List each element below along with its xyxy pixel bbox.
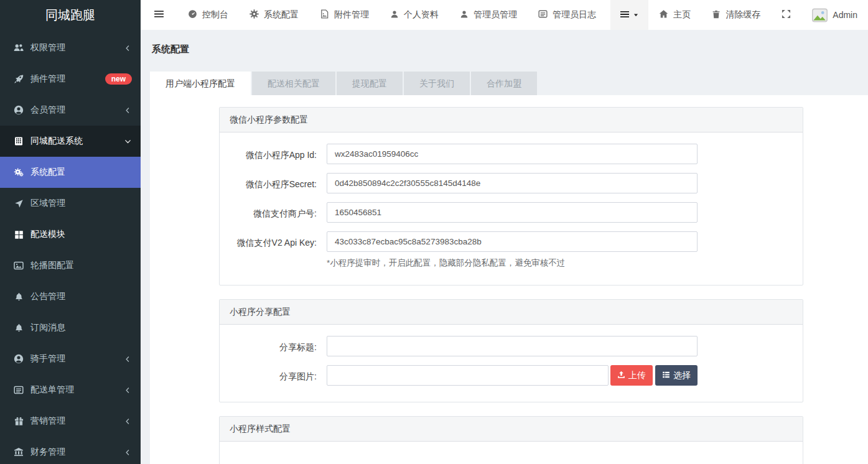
secret-label: 微信小程序Secret: <box>220 173 327 193</box>
section-wechat-params: 微信小程序参数配置 微信小程序App Id: 微信小程序Secret: 微信支付… <box>219 107 803 285</box>
tab-user-miniprogram-config[interactable]: 用户端小程序配置 <box>150 72 251 95</box>
navbar-right: 主页 清除缓存 Admin <box>610 0 868 30</box>
share-image-input[interactable] <box>327 365 609 386</box>
sidebar-item-label: 财务管理 <box>30 447 65 458</box>
user-icon <box>390 10 399 21</box>
share-title-label: 分享标题: <box>220 336 327 356</box>
sidebar-item-riders[interactable]: 骑手管理 <box>0 343 141 374</box>
apikey-input[interactable] <box>327 231 698 252</box>
sidebar-item-delivery-modules[interactable]: 配送模块 <box>0 219 141 250</box>
sidebar-item-system-config[interactable]: 系统配置 <box>0 157 141 188</box>
sidebar-item-label: 权限管理 <box>30 42 65 53</box>
tab-delivery-config[interactable]: 配送相关配置 <box>252 72 335 95</box>
list-alt-icon <box>13 385 24 395</box>
main-content: 系统配置 用户端小程序配置 配送相关配置 提现配置 关于我们 合作加盟 微信小程… <box>141 30 868 464</box>
nav-item-label: 附件管理 <box>334 9 369 21</box>
appid-input[interactable] <box>327 144 698 164</box>
sidebar-item-regions[interactable]: 区域管理 <box>0 188 141 219</box>
new-badge: new <box>105 73 132 85</box>
hamburger-icon <box>154 9 164 21</box>
sidebar-item-subscriptions[interactable]: 订阅消息 <box>0 312 141 343</box>
trash-icon <box>712 10 721 21</box>
bell-icon <box>13 292 24 302</box>
nav-item-profile[interactable]: 个人资料 <box>380 0 449 30</box>
tab-withdraw-config[interactable]: 提现配置 <box>337 72 403 95</box>
section-share-config: 小程序分享配置 分享标题: 分享图片: 上传 <box>219 299 803 402</box>
select-button[interactable]: 选择 <box>655 365 698 386</box>
sidebar-item-label: 公告管理 <box>30 291 65 302</box>
chevron-left-icon <box>124 448 132 457</box>
nav-item-system-config[interactable]: 系统配置 <box>239 0 309 30</box>
chevron-left-icon <box>124 44 132 52</box>
list-icon <box>620 9 630 21</box>
section-body: 微信小程序App Id: 微信小程序Secret: 微信支付商户号: 微信支付V… <box>220 132 803 285</box>
form-row-appid: 微信小程序App Id: <box>220 144 803 164</box>
sidebar-item-delivery-orders[interactable]: 配送单管理 <box>0 374 141 406</box>
nav-item-label: 控制台 <box>202 9 228 21</box>
section-body: 首页顶部样式: 样式一 样式二 <box>220 442 803 464</box>
nav-item-dashboard[interactable]: 控制台 <box>177 0 239 30</box>
share-image-label: 分享图片: <box>220 365 327 386</box>
user-circle-icon <box>13 354 24 364</box>
admin-name: Admin <box>833 10 857 20</box>
merchant-id-input[interactable] <box>327 202 698 223</box>
nav-item-admin-logs[interactable]: 管理员日志 <box>528 0 607 30</box>
gear-icon <box>250 9 259 21</box>
sidebar-item-label: 订阅消息 <box>30 322 65 333</box>
sidebar-item-label: 系统配置 <box>30 167 65 178</box>
sidebar-item-permissions[interactable]: 权限管理 <box>0 32 141 63</box>
tab-about-us[interactable]: 关于我们 <box>404 72 470 95</box>
nav-item-admin-management[interactable]: 管理员管理 <box>449 0 528 30</box>
sidebar-item-label: 营销管理 <box>30 415 65 427</box>
section-title: 微信小程序参数配置 <box>220 108 803 132</box>
user-icon <box>460 10 469 21</box>
upload-button[interactable]: 上传 <box>610 365 653 386</box>
sidebar-item-finance[interactable]: 财务管理 <box>0 437 141 464</box>
page-title: 系统配置 <box>152 44 868 55</box>
tab-cooperation[interactable]: 合作加盟 <box>471 72 537 95</box>
cogs-icon <box>13 167 24 177</box>
sidebar: 同城跑腿 权限管理 插件管理 new 会员管理 同城配送系统 系统配置 <box>0 0 141 464</box>
apikey-note: *小程序提审时，开启此配置，隐藏部分隐私配置，避免审核不过 <box>327 258 698 269</box>
sidebar-item-plugins[interactable]: 插件管理 new <box>0 63 141 95</box>
expand-arrows-icon <box>782 9 791 21</box>
avatar <box>812 7 828 23</box>
clear-cache-button[interactable]: 清除缓存 <box>701 0 771 30</box>
bank-icon <box>13 447 24 457</box>
menu-dropdown-button[interactable] <box>610 0 648 30</box>
sidebar-item-label: 会员管理 <box>30 104 65 116</box>
sidebar-item-delivery-system[interactable]: 同城配送系统 <box>0 126 141 157</box>
chevron-left-icon <box>124 417 132 425</box>
sidebar-item-announcements[interactable]: 公告管理 <box>0 281 141 312</box>
merchant-id-label: 微信支付商户号: <box>220 202 327 223</box>
sidebar-item-label: 轮播图配置 <box>30 260 74 271</box>
chevron-left-icon <box>124 106 132 114</box>
home-button[interactable]: 主页 <box>648 0 701 30</box>
sidebar-toggle-button[interactable] <box>141 0 177 30</box>
form-row-merchant-id: 微信支付商户号: <box>220 202 803 223</box>
sidebar-item-label: 插件管理 <box>30 73 65 85</box>
chevron-left-icon <box>124 386 132 394</box>
dashboard-icon <box>188 9 197 21</box>
nav-item-attachments[interactable]: 附件管理 <box>309 0 380 30</box>
sidebar-item-carousel[interactable]: 轮播图配置 <box>0 250 141 281</box>
bell-icon <box>13 323 24 333</box>
fullscreen-button[interactable] <box>771 0 801 30</box>
share-title-input[interactable] <box>327 336 698 356</box>
form-row-apikey: 微信支付V2 Api Key: *小程序提审时，开启此配置，隐藏部分隐私配置，避… <box>220 231 803 269</box>
tab-content-panel: 微信小程序参数配置 微信小程序App Id: 微信小程序Secret: 微信支付… <box>150 95 868 464</box>
sidebar-item-marketing[interactable]: 营销管理 <box>0 406 141 437</box>
sidebar-item-label: 配送模块 <box>30 229 65 240</box>
clear-cache-label: 清除缓存 <box>726 9 760 21</box>
nav-item-label: 系统配置 <box>264 9 299 21</box>
section-style-config: 小程序样式配置 首页顶部样式: 样式一 样式二 <box>219 416 803 464</box>
secret-input[interactable] <box>327 173 698 193</box>
user-menu[interactable]: Admin <box>801 0 868 30</box>
location-arrow-icon <box>13 199 24 208</box>
upload-button-label: 上传 <box>628 370 646 381</box>
apikey-label: 微信支付V2 Api Key: <box>220 231 327 269</box>
sidebar-item-members[interactable]: 会员管理 <box>0 95 141 126</box>
chevron-down-icon <box>124 137 132 146</box>
section-title: 小程序样式配置 <box>220 417 803 442</box>
appid-label: 微信小程序App Id: <box>220 144 327 164</box>
